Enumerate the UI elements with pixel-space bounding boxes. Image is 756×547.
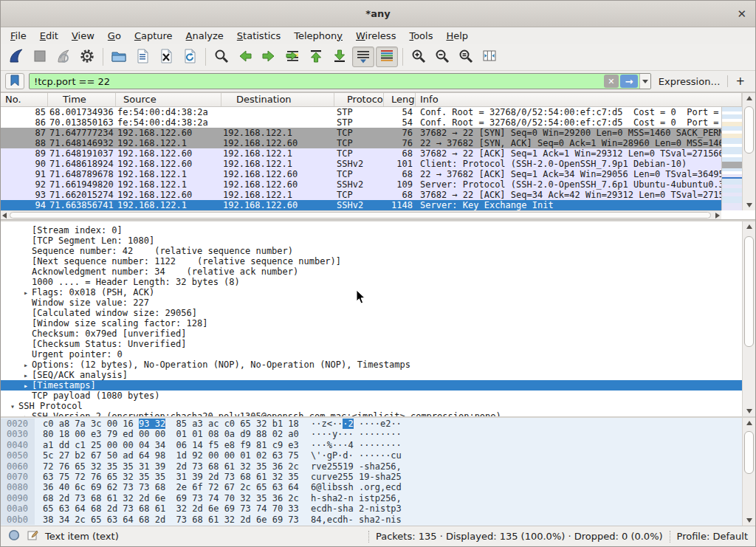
reload-file-button[interactable] [179, 47, 201, 67]
open-file-button[interactable] [108, 47, 130, 67]
packet-list-vscrollbar[interactable] [742, 93, 755, 210]
colorize-button[interactable] [376, 47, 398, 67]
filter-bookmark-button[interactable] [5, 73, 24, 89]
filter-apply-button[interactable]: → [620, 75, 638, 88]
menu-telephony[interactable]: Telephony [287, 30, 349, 42]
capture-comment-icon[interactable] [27, 529, 38, 543]
detail-line[interactable]: Window size value: 227 [1, 297, 742, 308]
packet-row-94[interactable]: 9471.663856741192.168.122.1192.168.122.6… [1, 200, 721, 210]
packet-row-86[interactable]: 8670.013850163fe:54:00:d4:38:2aSTP54Conf… [1, 117, 721, 128]
scrollbar-thumb[interactable] [744, 236, 754, 347]
scroll-down-arrow-icon[interactable] [743, 406, 755, 416]
go-forward-button[interactable] [258, 47, 280, 67]
packet-row-91[interactable]: 9171.648789678192.168.122.1192.168.122.6… [1, 169, 721, 179]
hex-row-00a0[interactable]: 00a065 63 64 68 2d 73 68 61 32 2d 6e 69 … [1, 503, 742, 514]
detail-line[interactable]: Urgent pointer: 0 [1, 349, 742, 359]
expander-closed-icon[interactable]: ▸ [20, 288, 32, 297]
detail-line-selected[interactable]: ▸[Timestamps] [1, 380, 742, 391]
status-profile[interactable]: Profile: Default [677, 531, 748, 542]
column-header-time[interactable]: Time [48, 93, 116, 106]
detail-line[interactable]: ▾SSH Protocol [1, 401, 742, 411]
scroll-up-arrow-icon[interactable] [743, 418, 755, 428]
packet-row-88[interactable]: 8871.648146932192.168.122.1192.168.122.6… [1, 138, 721, 148]
display-filter-input[interactable] [30, 76, 604, 87]
packet-row-92[interactable]: 9271.661949820192.168.122.1192.168.122.6… [1, 179, 721, 190]
detail-line[interactable]: Sequence number: 42 (relative sequence n… [1, 246, 742, 256]
expander-closed-icon[interactable]: ▸ [20, 381, 32, 391]
scrollbar-thumb[interactable] [10, 212, 711, 219]
auto-scroll-button[interactable] [352, 47, 374, 67]
hex-bytes[interactable]: 5c 27 b2 67 50 ad 64 98 1d 92 00 00 01 0… [35, 450, 309, 461]
hex-ascii[interactable]: rve25519 -sha256, [309, 461, 402, 472]
zoom-in-button[interactable] [408, 47, 430, 67]
detail-line[interactable]: Checksum: 0x79ed [unverified] [1, 328, 742, 339]
hex-ascii[interactable]: ecdh-sha 2-nistp3 [309, 503, 402, 514]
detail-line[interactable]: ▸Flags: 0x018 (PSH, ACK) [1, 287, 742, 297]
scroll-up-arrow-icon[interactable] [743, 93, 755, 103]
menu-analyze[interactable]: Analyze [179, 30, 230, 42]
packet-row-90[interactable]: 9071.648618924192.168.122.60192.168.122.… [1, 159, 721, 169]
column-header-length[interactable]: Length [384, 93, 416, 106]
hex-row-0040[interactable]: 0040a1 dd c1 25 00 00 04 34 06 14 f5 e8 … [1, 440, 742, 450]
scroll-down-arrow-icon[interactable] [743, 515, 755, 526]
column-header-no[interactable]: No. [1, 93, 48, 106]
expander-closed-icon[interactable]: ▸ [20, 412, 32, 416]
menu-help[interactable]: Help [439, 30, 475, 42]
close-file-button[interactable] [155, 47, 177, 67]
go-to-bottom-button[interactable] [329, 47, 351, 67]
detail-vscrollbar[interactable] [742, 221, 755, 416]
detail-line[interactable]: ▸SSH Version 2 (encryption:chacha20-poly… [1, 411, 742, 416]
expression-button[interactable]: Expression… [656, 76, 724, 87]
detail-line[interactable]: [Checksum Status: Unverified] [1, 339, 742, 349]
expert-info-icon[interactable] [8, 529, 20, 543]
scroll-down-arrow-icon[interactable] [743, 200, 755, 210]
stop-capture-button[interactable] [29, 47, 51, 67]
column-header-destination[interactable]: Destination [221, 93, 334, 106]
hex-row-00b0[interactable]: 00b038 34 2c 65 63 64 68 2d 73 68 61 32 … [1, 515, 742, 525]
detail-line[interactable]: [Calculated window size: 29056] [1, 308, 742, 318]
packet-row-87[interactable]: 8771.647777234192.168.122.60192.168.122.… [1, 128, 721, 138]
hex-bytes[interactable]: 36 40 6c 69 62 73 73 68 2e 6f 72 67 2c 6… [35, 482, 309, 492]
detail-line[interactable]: ▸Options: (12 bytes), No-Operation (NOP)… [1, 359, 742, 370]
detail-line[interactable]: [Stream index: 0] [1, 225, 742, 235]
column-header-info[interactable]: Info [416, 93, 742, 106]
hex-bytes[interactable]: c0 a8 7a 3c 00 16 93 32 85 a3 ac c0 65 3… [35, 419, 309, 429]
expander-closed-icon[interactable]: ▸ [20, 371, 32, 380]
expander-closed-icon[interactable]: ▸ [20, 360, 32, 370]
filter-dropdown-button[interactable] [639, 74, 650, 89]
close-window-button[interactable]: ✕ [737, 7, 746, 21]
detail-line[interactable]: [TCP Segment Len: 1080] [1, 235, 742, 246]
hex-vscrollbar[interactable] [742, 418, 755, 526]
menu-view[interactable]: View [65, 30, 101, 42]
packet-row-85[interactable]: 8568.001734936fe:54:00:d4:38:2aSTP54Conf… [1, 107, 721, 117]
hex-row-0060[interactable]: 006072 76 65 32 35 35 31 39 2d 73 68 61 … [1, 461, 742, 472]
detail-line[interactable]: 1000 .... = Header Length: 32 bytes (8) [1, 277, 742, 287]
find-packet-button[interactable] [210, 47, 233, 67]
menu-wireless[interactable]: Wireless [349, 30, 402, 42]
intelligent-scrollbar-minimap[interactable] [721, 107, 742, 210]
start-capture-button[interactable] [5, 47, 27, 67]
expander-open-icon[interactable]: ▾ [7, 402, 18, 411]
detail-line[interactable]: TCP payload (1080 bytes) [1, 391, 742, 401]
hex-ascii[interactable]: 84,ecdh- sha2-nis [309, 515, 402, 525]
save-file-button[interactable] [131, 47, 154, 67]
menu-statistics[interactable]: Statistics [230, 30, 287, 42]
capture-options-button[interactable] [76, 47, 98, 67]
go-back-button[interactable] [234, 47, 256, 67]
hex-ascii[interactable]: h-sha2-n istp256, [309, 493, 402, 503]
hex-bytes[interactable]: 63 75 72 76 65 32 35 35 31 39 2d 73 68 6… [35, 472, 309, 482]
column-header-source[interactable]: Source [116, 93, 221, 106]
scroll-left-arrow-icon[interactable] [2, 213, 7, 219]
scroll-right-arrow-icon[interactable] [715, 213, 720, 219]
column-header-protocol[interactable]: Protocol [334, 93, 384, 106]
zoom-original-button[interactable] [455, 47, 477, 67]
detail-line[interactable]: [Window size scaling factor: 128] [1, 318, 742, 328]
hex-row-0090[interactable]: 009068 2d 73 68 61 32 2d 6e 69 73 74 70 … [1, 493, 742, 503]
scroll-up-arrow-icon[interactable] [743, 221, 755, 232]
packet-row-93[interactable]: 9371.662015274192.168.122.60192.168.122.… [1, 190, 721, 200]
hex-ascii[interactable]: ····y··· ········ [309, 429, 402, 439]
hex-bytes[interactable]: 65 63 64 68 2d 73 68 61 32 2d 6e 69 73 7… [35, 503, 309, 514]
hex-bytes[interactable]: a1 dd c1 25 00 00 04 34 06 14 f5 e8 f9 8… [35, 440, 309, 450]
hex-bytes[interactable]: 80 18 00 e3 79 ed 00 00 01 01 08 0a d9 8… [35, 429, 309, 439]
hex-ascii[interactable]: 6@libssh .org,ecd [309, 482, 402, 492]
